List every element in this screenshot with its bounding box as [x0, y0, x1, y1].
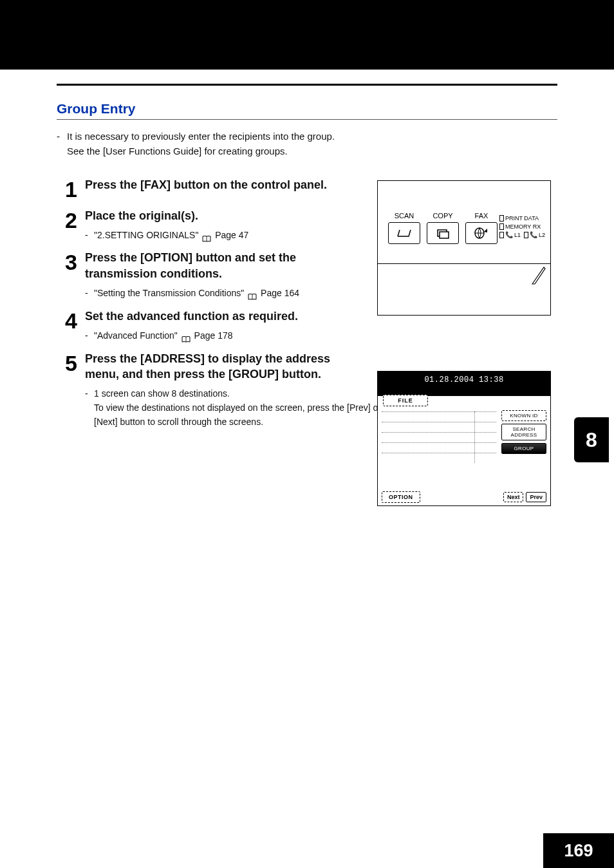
step-heading: Press the [FAX] button on the control pa…: [85, 177, 355, 193]
l1-label: L1: [514, 231, 521, 240]
step-sub: 1 screen can show 8 destinations. To vie…: [85, 387, 407, 429]
prev-button: Prev: [526, 492, 546, 502]
section-title: Group Entry: [57, 101, 557, 117]
l2-label: L2: [539, 231, 545, 240]
fax-label: FAX: [465, 212, 498, 220]
fax-button-illustration: FAX: [465, 212, 498, 244]
step-sub: "Setting the Transmission Conditions" Pa…: [85, 287, 407, 301]
ref-page: Page 164: [261, 288, 299, 298]
copy-icon: [435, 227, 451, 239]
step-number: 1: [57, 177, 77, 200]
svg-rect-4: [440, 232, 449, 238]
step-sub: "2.SETTING ORIGINALS" Page 47: [85, 229, 407, 243]
screen-timestamp: 01.28.2004 13:38: [378, 372, 550, 396]
intro-text-1: It is necessary to previously enter the …: [67, 131, 335, 142]
step-heading: Place the original(s).: [85, 208, 355, 223]
intro-line: It is necessary to previously enter the …: [57, 129, 557, 159]
step-heading: Press the [ADDRESS] to display the addre…: [85, 351, 355, 382]
step-number: 3: [57, 250, 77, 273]
status-indicators: PRINT DATA MEMORY RX 📞L1 📞L2: [499, 214, 545, 240]
stylus-icon: [531, 266, 546, 285]
control-panel-figure: SCAN COPY FAX PRINT DATA MEMORY RX: [377, 180, 551, 316]
page-number: 169: [543, 833, 614, 868]
chapter-tab: 8: [574, 417, 609, 462]
intro-text-2: See the [User Functions Guide] for creat…: [67, 146, 288, 156]
search-address-button: SEARCH ADDRESS: [501, 424, 546, 440]
known-id-button: KNOWN ID: [501, 410, 546, 421]
step-number: 5: [57, 351, 77, 374]
scan-button-illustration: SCAN: [388, 212, 420, 244]
fax-icon: [473, 227, 490, 240]
ref-page: Page 47: [215, 230, 248, 240]
header-black-bar: [0, 0, 614, 70]
book-icon: [181, 333, 191, 339]
option-button: OPTION: [382, 491, 420, 503]
title-underline: [57, 119, 557, 120]
scan-icon: [396, 227, 413, 239]
ref-page: Page 178: [194, 330, 233, 341]
ref-title: "Setting the Transmission Conditions": [94, 288, 244, 298]
book-icon: [248, 290, 257, 297]
step-heading: Set the advanced function as required.: [85, 308, 355, 324]
address-grid: [382, 411, 496, 463]
scan-label: SCAN: [388, 212, 420, 220]
ref-title: "Advanced Function": [94, 330, 178, 341]
step-sub: "Advanced Function" Page 178: [85, 329, 407, 343]
group-button: GROUP: [501, 443, 546, 454]
print-data-label: PRINT DATA: [505, 214, 539, 223]
copy-button-illustration: COPY: [427, 212, 459, 244]
memory-rx-label: MEMORY RX: [505, 223, 541, 231]
step-number: 4: [57, 308, 77, 332]
step-heading: Press the [OPTION] button and set the tr…: [85, 250, 355, 281]
step-number: 2: [57, 208, 77, 231]
ref-title: "2.SETTING ORIGINALS": [94, 230, 198, 240]
top-rule: [57, 84, 557, 86]
book-icon: [202, 232, 211, 239]
next-button: Next: [503, 492, 524, 502]
file-tab: FILE: [383, 395, 428, 406]
intro-list: It is necessary to previously enter the …: [57, 129, 557, 159]
copy-label: COPY: [427, 212, 459, 220]
lcd-screen-figure: 01.28.2004 13:38 FILE KNOWN ID SEARCH AD…: [377, 371, 551, 506]
